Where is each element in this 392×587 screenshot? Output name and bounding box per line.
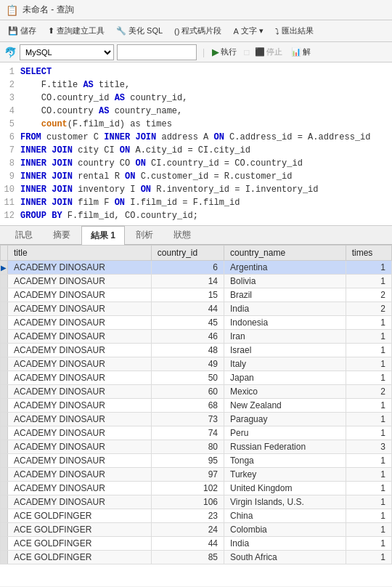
cell-country_id: 60 [151, 385, 224, 399]
stop-button[interactable]: ⬛ 停止 [252, 46, 285, 58]
line-content: F.title AS title, [20, 78, 130, 92]
code-line: 8INNER JOIN country CO ON CI.country_id … [0, 157, 392, 170]
explain-button[interactable]: 📊 解 [288, 46, 314, 58]
text-icon: A [233, 27, 238, 36]
table-row[interactable]: ACE GOLDFINGER24Colombia1 [1, 523, 392, 537]
cell-title: ACADEMY DINOSAUR [8, 426, 152, 440]
code-line: 7INNER JOIN city CI ON A.city_id = CI.ci… [0, 144, 392, 157]
cell-title: ACADEMY DINOSAUR [8, 275, 152, 288]
table-row[interactable]: ACADEMY DINOSAUR14Bolivia1 [1, 275, 392, 288]
cell-times: 1 [346, 495, 391, 509]
code-snippet-button[interactable]: () 程式碼片段 [171, 24, 225, 38]
explain-icon: 📊 [291, 47, 301, 57]
cell-times: 1 [346, 426, 391, 440]
code-line: 3 CO.country_id AS country_id, [0, 92, 392, 105]
cell-country_id: 49 [151, 357, 224, 371]
beautify-button[interactable]: 🔧 美化 SQL [113, 24, 166, 38]
table-row[interactable]: ACADEMY DINOSAUR46Iran1 [1, 330, 392, 344]
cell-country_id: 14 [151, 275, 224, 288]
code-editor[interactable]: 1SELECT2 F.title AS title,3 CO.country_i… [0, 62, 392, 226]
table-row[interactable]: ACADEMY DINOSAUR68New Zealand1 [1, 399, 392, 413]
code-line: 5 count(F.film_id) as times [0, 118, 392, 131]
table-row[interactable]: ▶ACADEMY DINOSAUR6Argentina1 [1, 261, 392, 275]
table-row[interactable]: ACADEMY DINOSAUR102United Kingdom1 [1, 482, 392, 495]
cell-country_name: Indonesia [224, 316, 346, 330]
table-row[interactable]: ACADEMY DINOSAUR73Paraguay1 [1, 413, 392, 426]
column-header-times: times [346, 246, 391, 261]
row-indicator-header [1, 246, 8, 261]
table-row[interactable]: ACADEMY DINOSAUR80Russian Federation3 [1, 440, 392, 454]
column-header-title: title [8, 246, 152, 261]
export-icon: ⤵ [275, 27, 279, 36]
title-bar: 📋 未命名 - 查詢 [0, 0, 392, 20]
code-line: 11INNER JOIN film F ON I.film_id = F.fil… [0, 196, 392, 209]
row-indicator [1, 330, 8, 344]
row-indicator [1, 344, 8, 357]
table-row[interactable]: ACE GOLDFINGER23China1 [1, 509, 392, 523]
save-button[interactable]: 💾 儲存 [4, 24, 40, 38]
tab-analysis[interactable]: 剖析 [126, 225, 163, 244]
table-row[interactable]: ACADEMY DINOSAUR48Israel1 [1, 344, 392, 357]
cell-title: ACADEMY DINOSAUR [8, 454, 152, 468]
table-row[interactable]: ACADEMY DINOSAUR15Brazil2 [1, 288, 392, 302]
cell-country_id: 50 [151, 371, 224, 385]
run-button[interactable]: ▶ 執行 [208, 46, 241, 58]
cell-country_id: 48 [151, 344, 224, 357]
code-line: 1SELECT [0, 65, 392, 78]
cell-title: ACE GOLDFINGER [8, 551, 152, 564]
cell-title: ACADEMY DINOSAUR [8, 440, 152, 454]
line-number: 11 [0, 196, 20, 209]
line-content: CO.country_id AS country_id, [20, 92, 187, 105]
row-indicator [1, 426, 8, 440]
line-content: INNER JOIN film F ON I.film_id = F.film_… [20, 196, 240, 209]
cell-country_id: 45 [151, 316, 224, 330]
results-area[interactable]: titlecountry_idcountry_nametimes ▶ACADEM… [0, 245, 392, 586]
export-button[interactable]: ⤵ 匯出結果 [271, 24, 317, 38]
cell-country_name: India [224, 302, 346, 316]
tab-info[interactable]: 訊息 [6, 225, 42, 244]
database-select[interactable]: MySQL [20, 44, 114, 60]
cell-country_id: 73 [151, 413, 224, 426]
cell-times: 1 [346, 413, 391, 426]
cell-title: ACADEMY DINOSAUR [8, 330, 152, 344]
line-content: INNER JOIN country CO ON CI.country_id =… [20, 157, 303, 170]
cell-title: ACE GOLDFINGER [8, 537, 152, 551]
line-number: 9 [0, 170, 20, 183]
table-row[interactable]: ACADEMY DINOSAUR95Tonga1 [1, 454, 392, 468]
tab-summary[interactable]: 摘要 [44, 225, 80, 244]
cell-country_id: 6 [151, 261, 224, 275]
row-indicator [1, 440, 8, 454]
table-row[interactable]: ACADEMY DINOSAUR60Mexico2 [1, 385, 392, 399]
table-row[interactable]: ACADEMY DINOSAUR44India2 [1, 302, 392, 316]
table-row[interactable]: ACADEMY DINOSAUR45Indonesia1 [1, 316, 392, 330]
separator2: □ [244, 47, 249, 57]
cell-title: ACADEMY DINOSAUR [8, 495, 152, 509]
results-table: titlecountry_idcountry_nametimes ▶ACADEM… [0, 245, 392, 564]
tab-result1[interactable]: 結果 1 [81, 226, 125, 245]
table-row[interactable]: ACE GOLDFINGER44India1 [1, 537, 392, 551]
line-number: 12 [0, 209, 20, 222]
cell-country_name: Israel [224, 344, 346, 357]
text-button[interactable]: A 文字 ▾ [229, 24, 266, 38]
table-row[interactable]: ACE GOLDFINGER85South Africa1 [1, 551, 392, 564]
query-input[interactable] [117, 44, 197, 60]
cell-times: 1 [346, 316, 391, 330]
tab-status[interactable]: 狀態 [164, 225, 200, 244]
table-row[interactable]: ACADEMY DINOSAUR97Turkey1 [1, 468, 392, 482]
cell-times: 1 [346, 523, 391, 537]
table-row[interactable]: ACADEMY DINOSAUR49Italy1 [1, 357, 392, 371]
cell-country_id: 97 [151, 468, 224, 482]
cell-country_id: 44 [151, 302, 224, 316]
cell-country_name: Japan [224, 371, 346, 385]
cell-country_id: 95 [151, 454, 224, 468]
row-indicator [1, 509, 8, 523]
row-indicator [1, 357, 8, 371]
table-row[interactable]: ACADEMY DINOSAUR106Virgin Islands, U.S.1 [1, 495, 392, 509]
table-row[interactable]: ACADEMY DINOSAUR74Peru1 [1, 426, 392, 440]
cell-country_name: India [224, 537, 346, 551]
table-row[interactable]: ACADEMY DINOSAUR50Japan1 [1, 371, 392, 385]
cell-country_name: New Zealand [224, 399, 346, 413]
query-builder-button[interactable]: ⬆ 查詢建立工具 [44, 24, 108, 38]
cell-times: 1 [346, 357, 391, 371]
cell-country_name: South Africa [224, 551, 346, 564]
